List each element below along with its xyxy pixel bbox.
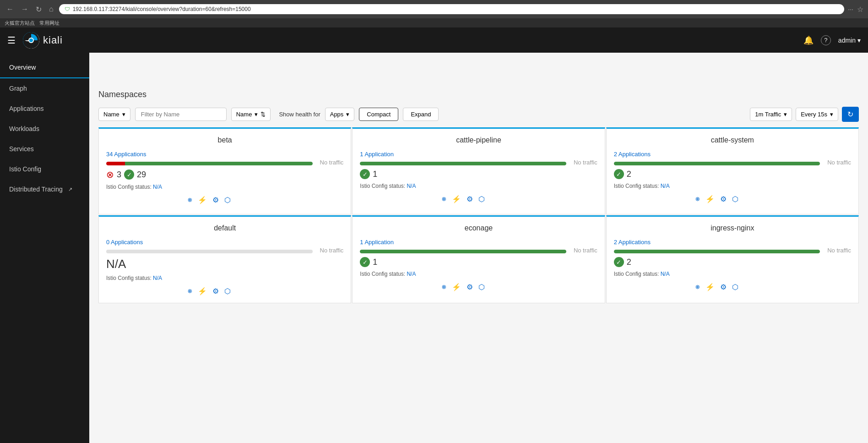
- namespace-card-beta: beta 34 Applications ⊗ 3 ✓ 29 Istio Conf…: [98, 127, 351, 214]
- app-count-link[interactable]: 1 Application: [360, 151, 394, 158]
- traffic-chevron: ▾: [784, 111, 787, 118]
- card-graph-icon[interactable]: ⎈: [188, 196, 192, 204]
- top-nav-left: ☰ kiali: [7, 32, 63, 49]
- istio-config-link[interactable]: N/A: [661, 271, 670, 277]
- istio-config-link[interactable]: N/A: [153, 184, 162, 190]
- hamburger-button[interactable]: ☰: [7, 35, 16, 46]
- card-service-icon[interactable]: ⚙: [467, 195, 473, 203]
- card-title: cattle-system: [614, 136, 851, 144]
- card-workload-icon[interactable]: ⬡: [478, 283, 485, 291]
- ok-icon: ✓: [124, 170, 134, 180]
- card-service-icon[interactable]: ⚙: [720, 283, 727, 291]
- bookmark-icon[interactable]: ☆: [857, 5, 863, 14]
- card-no-traffic: No traffic: [827, 150, 851, 166]
- bookmark-1[interactable]: 火狐官方站点: [5, 20, 35, 27]
- back-button[interactable]: ←: [5, 4, 16, 14]
- user-menu[interactable]: admin ▾: [838, 37, 861, 44]
- home-button[interactable]: ⌂: [47, 4, 55, 14]
- card-workload-icon[interactable]: ⬡: [478, 195, 485, 203]
- logo-text: kiali: [43, 34, 63, 46]
- card-app-icon[interactable]: ⚡: [452, 195, 461, 203]
- sort-dropdown[interactable]: Name ▾: [98, 108, 130, 121]
- card-workload-icon[interactable]: ⬡: [224, 196, 231, 204]
- app-count-link[interactable]: 2 Applications: [614, 239, 651, 246]
- namespace-card-cattle-system: cattle-system 2 Applications ✓ 2 Istio C…: [606, 127, 859, 214]
- bookmark-2[interactable]: 常用网址: [39, 20, 60, 27]
- svg-point-2: [29, 38, 33, 42]
- card-app-icon[interactable]: ⚡: [198, 196, 207, 204]
- help-icon[interactable]: ?: [821, 35, 831, 45]
- istio-config-link[interactable]: N/A: [153, 275, 162, 281]
- card-service-icon[interactable]: ⚙: [212, 287, 219, 295]
- card-workload-icon[interactable]: ⬡: [732, 195, 738, 203]
- bell-icon[interactable]: 🔔: [803, 35, 814, 45]
- card-graph-icon[interactable]: ⎈: [695, 195, 700, 203]
- card-service-icon[interactable]: ⚙: [212, 196, 219, 204]
- sidebar-item-graph[interactable]: Graph: [0, 78, 89, 98]
- sidebar-item-overview[interactable]: Overview: [0, 57, 89, 78]
- sort-chevron-2: ▾: [255, 111, 258, 118]
- card-body: 2 Applications ✓ 2 Istio Config status: …: [614, 238, 851, 291]
- sidebar-item-services[interactable]: Services: [0, 139, 89, 159]
- sort-label: Name: [103, 111, 119, 118]
- card-body: 1 Application ✓ 1 Istio Config status: N…: [360, 150, 597, 203]
- sidebar-item-applications[interactable]: Applications: [0, 98, 89, 119]
- app-count-link[interactable]: 1 Application: [360, 239, 394, 246]
- card-left: 34 Applications ⊗ 3 ✓ 29 Istio Config st…: [106, 150, 313, 204]
- istio-config-link[interactable]: N/A: [661, 183, 670, 189]
- refresh-interval-dropdown[interactable]: Every 15s ▾: [796, 108, 838, 121]
- namespace-card-ingress-nginx: ingress-nginx 2 Applications ✓ 2 Istio C…: [606, 215, 859, 303]
- health-icons: ✓ 1: [360, 169, 566, 179]
- compact-button[interactable]: Compact: [359, 108, 398, 121]
- sort-name-button[interactable]: Name ▾ ⇅: [231, 108, 271, 121]
- namespace-card-cattle-pipeline: cattle-pipeline 1 Application ✓ 1 Istio …: [352, 127, 605, 214]
- card-graph-icon[interactable]: ⎈: [442, 283, 446, 291]
- card-app-icon[interactable]: ⚡: [452, 283, 461, 291]
- address-bar[interactable]: 🛡 192.168.0.117:32274/kiali/console/over…: [59, 4, 845, 14]
- card-service-icon[interactable]: ⚙: [720, 195, 727, 203]
- sort-order-icon: ⇅: [260, 111, 266, 118]
- security-icon: 🛡: [65, 6, 70, 12]
- app-count-link[interactable]: 2 Applications: [614, 151, 651, 158]
- sidebar-item-distributed-tracing[interactable]: Distributed Tracing ↗: [0, 179, 89, 199]
- toolbar: Name ▾ Name ▾ ⇅ Show health for Apps ▾ C…: [98, 107, 859, 122]
- card-workload-icon[interactable]: ⬡: [732, 283, 738, 291]
- card-app-icon[interactable]: ⚡: [198, 287, 207, 295]
- menu-dots[interactable]: ···: [848, 5, 853, 13]
- namespaces-grid: beta 34 Applications ⊗ 3 ✓ 29 Istio Conf…: [98, 127, 859, 303]
- filter-input[interactable]: [135, 108, 227, 121]
- error-count: 3: [117, 170, 121, 180]
- refresh-button[interactable]: ↻: [842, 107, 859, 122]
- card-app-icon[interactable]: ⚡: [705, 283, 715, 291]
- istio-config: Istio Config status: N/A: [614, 271, 820, 277]
- refresh-chevron: ▾: [830, 111, 833, 118]
- forward-button[interactable]: →: [19, 4, 30, 14]
- reload-button[interactable]: ↻: [34, 4, 43, 15]
- sort-chevron: ▾: [122, 111, 125, 118]
- istio-config: Istio Config status: N/A: [360, 271, 566, 277]
- card-service-icon[interactable]: ⚙: [467, 283, 473, 291]
- page-title: Namespaces: [98, 90, 859, 99]
- card-workload-icon[interactable]: ⬡: [224, 287, 231, 295]
- traffic-dropdown[interactable]: 1m Traffic ▾: [750, 108, 792, 121]
- health-dropdown[interactable]: Apps ▾: [325, 108, 355, 121]
- app-count-link[interactable]: 34 Applications: [106, 151, 146, 158]
- sidebar-item-workloads[interactable]: Workloads: [0, 119, 89, 139]
- toolbar-right: 1m Traffic ▾ Every 15s ▾ ↻: [750, 107, 859, 122]
- ok-count: 2: [627, 170, 631, 179]
- card-graph-icon[interactable]: ⎈: [442, 195, 446, 203]
- health-icons: ✓ 1: [360, 257, 566, 267]
- istio-config-link[interactable]: N/A: [407, 183, 416, 189]
- card-graph-icon[interactable]: ⎈: [695, 283, 700, 291]
- card-graph-icon[interactable]: ⎈: [188, 287, 192, 295]
- card-left: 1 Application ✓ 1 Istio Config status: N…: [360, 150, 566, 203]
- url-text: 192.168.0.117:32274/kiali/console/overvi…: [73, 6, 251, 12]
- card-app-icon[interactable]: ⚡: [705, 195, 715, 203]
- expand-button[interactable]: Expand: [403, 108, 439, 121]
- traffic-label: 1m Traffic: [755, 111, 781, 118]
- health-selected: Apps: [330, 111, 344, 118]
- istio-config-link[interactable]: N/A: [407, 271, 416, 277]
- sidebar-item-istio-config[interactable]: Istio Config: [0, 159, 89, 179]
- namespace-card-default: default 0 Applications N/A Istio Config …: [98, 215, 351, 303]
- app-count-link[interactable]: 0 Applications: [106, 239, 143, 246]
